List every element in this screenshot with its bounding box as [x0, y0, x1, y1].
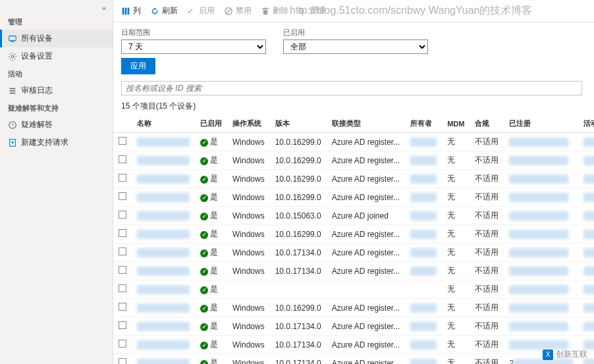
sidebar-item-label: 设备设置: [21, 51, 53, 62]
check-icon: ✓: [200, 268, 208, 276]
disable-button[interactable]: 禁用: [224, 5, 252, 16]
table-row[interactable]: xxxx✓ 是Windows10.0.17134.0Azure AD regis…: [113, 354, 594, 365]
section-header: 管理: [0, 13, 113, 30]
row-checkbox[interactable]: [119, 174, 126, 182]
check-icon: ✓: [187, 7, 196, 16]
column-header[interactable]: MDM: [442, 115, 470, 133]
logo-icon: X: [543, 350, 553, 360]
table-row[interactable]: xxxx✓ 是Windows10.0.16299.0Azure AD regis…: [113, 299, 594, 317]
row-checkbox[interactable]: [119, 266, 126, 274]
table-row[interactable]: xxxx✓ 是Windows10.0.16299.0Azure AD regis…: [113, 151, 594, 170]
refresh-button[interactable]: 刷新: [150, 5, 178, 16]
sidebar-item-label: 所有设备: [21, 33, 53, 44]
new-icon: [8, 138, 17, 147]
delete-label: 删除: [273, 5, 288, 16]
table-row[interactable]: xxxx✓ 是Windows10.0.17134.0Azure AD regis…: [113, 244, 594, 262]
row-checkbox[interactable]: [119, 358, 126, 364]
enable-button[interactable]: ✓ 启用: [187, 5, 215, 16]
table-row[interactable]: xxxx✓ 是Windows10.0.16299.0Azure AD regis…: [113, 170, 594, 188]
check-icon: ✓: [200, 305, 208, 313]
sidebar-item-help[interactable]: ?疑难解答: [0, 116, 113, 134]
footer-logo: X 创新互联: [543, 349, 587, 360]
row-checkbox[interactable]: [119, 155, 126, 163]
enable-label: 启用: [199, 5, 215, 16]
check-icon: ✓: [200, 286, 208, 294]
row-checkbox[interactable]: [119, 211, 126, 219]
sidebar-item-label: 新建支持请求: [21, 137, 68, 148]
svg-line-7: [227, 9, 231, 13]
column-header[interactable]: 名称: [132, 115, 195, 133]
check-icon: ✓: [200, 360, 208, 364]
check-icon: ✓: [200, 249, 208, 257]
manage-button[interactable]: ⚙ 管理: [298, 5, 325, 16]
row-checkbox[interactable]: [119, 284, 126, 292]
column-header[interactable]: 联接类型: [327, 115, 405, 133]
row-checkbox[interactable]: [119, 137, 126, 145]
row-checkbox[interactable]: [119, 247, 126, 255]
table-row[interactable]: xxxx✓ 是Windows10.0.15063.0Azure AD joine…: [113, 207, 594, 225]
sidebar-item-list[interactable]: 审核日志: [0, 82, 113, 99]
check-icon: ✓: [200, 213, 208, 221]
column-header[interactable]: 合规: [470, 115, 504, 133]
filter-row: 日期范围 7 天 已启用 全部: [113, 22, 594, 58]
column-header[interactable]: 已启用: [195, 115, 227, 133]
help-icon: ?: [8, 120, 17, 130]
table-row[interactable]: xxxx✓ 是Windows10.0.17134.0Azure AD regis…: [113, 262, 594, 280]
device-icon: [8, 34, 17, 43]
main-panel: 列 刷新 ✓ 启用 禁用 删除 ⚙ 管理: [113, 0, 594, 364]
columns-button[interactable]: 列: [121, 5, 141, 16]
column-header[interactable]: 所有者: [405, 115, 442, 133]
check-icon: ✓: [200, 342, 208, 350]
section-header: 疑难解答和支持: [0, 99, 113, 116]
refresh-label: 刷新: [162, 5, 178, 16]
gear-icon: ⚙: [298, 7, 307, 16]
manage-label: 管理: [310, 5, 325, 16]
row-checkbox[interactable]: [119, 303, 126, 311]
collapse-sidebar-button[interactable]: «: [0, 3, 113, 13]
sidebar-item-label: 审核日志: [21, 85, 53, 96]
date-range-label: 日期范围: [121, 28, 266, 38]
table-row[interactable]: xxxx✓ 是Windows10.0.16299.0Azure AD regis…: [113, 133, 594, 151]
sidebar-item-new[interactable]: 新建支持请求: [0, 134, 113, 151]
item-count: 15 个项目(15 个设备): [113, 98, 594, 115]
column-header[interactable]: 操作系统: [227, 115, 270, 133]
section-header: 活动: [0, 65, 113, 82]
trash-icon: [261, 7, 270, 16]
refresh-icon: [150, 7, 159, 16]
column-header[interactable]: 版本: [270, 115, 327, 133]
delete-button[interactable]: 删除: [261, 5, 288, 16]
apply-button[interactable]: 应用: [121, 58, 155, 74]
enabled-filter-label: 已启用: [283, 28, 428, 38]
table-row[interactable]: xxxx✓ 是Windows10.0.17134.0Azure AD regis…: [113, 317, 594, 336]
svg-text:?: ?: [11, 122, 14, 127]
gear-icon: [8, 52, 17, 61]
table-row[interactable]: xxxx✓ 是无不适用xxxxxx: [113, 280, 594, 299]
columns-label: 列: [133, 5, 141, 16]
check-icon: ✓: [200, 323, 208, 331]
column-header[interactable]: 已注册: [504, 115, 578, 133]
row-checkbox[interactable]: [119, 229, 126, 237]
toolbar: 列 刷新 ✓ 启用 禁用 删除 ⚙ 管理: [113, 0, 594, 22]
search-input[interactable]: [121, 81, 582, 95]
row-checkbox[interactable]: [119, 321, 126, 329]
columns-icon: [121, 7, 130, 16]
svg-point-2: [11, 55, 14, 58]
check-icon: ✓: [200, 157, 208, 165]
row-checkbox[interactable]: [119, 340, 126, 348]
check-icon: ✓: [200, 176, 208, 184]
logo-text: 创新互联: [556, 349, 587, 360]
table-row[interactable]: xxxx✓ 是Windows10.0.16299.0Azure AD regis…: [113, 225, 594, 244]
disable-label: 禁用: [236, 5, 252, 16]
svg-rect-0: [9, 36, 16, 40]
row-checkbox[interactable]: [119, 192, 126, 200]
sidebar-item-gear[interactable]: 设备设置: [0, 47, 113, 65]
date-range-select[interactable]: 7 天: [121, 39, 266, 54]
enabled-filter-select[interactable]: 全部: [283, 39, 428, 54]
table-row[interactable]: xxxx✓ 是Windows10.0.16299.0Azure AD regis…: [113, 188, 594, 207]
list-icon: [8, 86, 17, 95]
devices-table: 名称已启用操作系统版本联接类型所有者MDM合规已注册活动 xxxx✓ 是Wind…: [113, 115, 594, 364]
sidebar-item-device[interactable]: 所有设备: [0, 30, 113, 47]
table-row[interactable]: xxxx✓ 是Windows10.0.17134.0Azure AD regis…: [113, 336, 594, 354]
check-icon: ✓: [200, 139, 208, 147]
column-header[interactable]: 活动: [578, 115, 594, 133]
